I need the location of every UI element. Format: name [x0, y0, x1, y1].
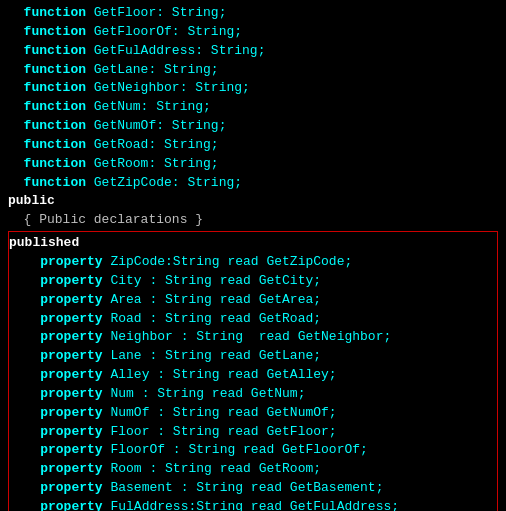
code-line: property Neighbor : String read GetNeigh…	[9, 328, 497, 347]
code-line: property Road : String read GetRoad;	[9, 310, 497, 329]
keyword-function: function	[8, 117, 86, 136]
code-line: property Num : String read GetNum;	[9, 385, 497, 404]
code-line: published	[9, 234, 497, 253]
keyword-property: property	[9, 310, 103, 329]
keyword-function: function	[8, 174, 86, 193]
published-block: published property ZipCode:String read G…	[8, 231, 498, 511]
code-line: property Basement : String read GetBasem…	[9, 479, 497, 498]
code-line: property Floor : String read GetFloor;	[9, 423, 497, 442]
keyword-property: property	[9, 404, 103, 423]
keyword-function: function	[8, 23, 86, 42]
keyword-property: property	[9, 441, 103, 460]
code-line: property Room : String read GetRoom;	[9, 460, 497, 479]
code-line: property Lane : String read GetLane;	[9, 347, 497, 366]
code-line: function GetFloorOf: String;	[8, 23, 498, 42]
keyword-property: property	[9, 347, 103, 366]
comment: { Public declarations }	[8, 211, 203, 230]
code-line: function GetNum: String;	[8, 98, 498, 117]
code-line: property ZipCode:String read GetZipCode;	[9, 253, 497, 272]
code-line: property FulAddress:String read GetFulAd…	[9, 498, 497, 511]
keyword-property: property	[9, 460, 103, 479]
keyword-function: function	[8, 155, 86, 174]
code-line: property City : String read GetCity;	[9, 272, 497, 291]
keyword-function: function	[8, 79, 86, 98]
keyword-property: property	[9, 272, 103, 291]
keyword-function: function	[8, 42, 86, 61]
code-line: function GetFulAddress: String;	[8, 42, 498, 61]
keyword-property: property	[9, 423, 103, 442]
code-line: property Area : String read GetArea;	[9, 291, 497, 310]
keyword-property: property	[9, 291, 103, 310]
code-editor: function GetFloor: String; function GetF…	[0, 0, 506, 511]
keyword-function: function	[8, 61, 86, 80]
code-line: function GetRoom: String;	[8, 155, 498, 174]
code-line: public	[8, 192, 498, 211]
code-line: property Alley : String read GetAlley;	[9, 366, 497, 385]
keyword-property: property	[9, 498, 103, 511]
code-line: function GetZipCode: String;	[8, 174, 498, 193]
keyword-property: property	[9, 366, 103, 385]
code-line: function GetFloor: String;	[8, 4, 498, 23]
code-line: { Public declarations }	[8, 211, 498, 230]
keyword-property: property	[9, 479, 103, 498]
keyword-property: property	[9, 385, 103, 404]
code-line: function GetNeighbor: String;	[8, 79, 498, 98]
keyword-public: public	[8, 192, 55, 211]
keyword-published: published	[9, 234, 79, 253]
keyword-property: property	[9, 253, 103, 272]
code-line: function GetRoad: String;	[8, 136, 498, 155]
code-line: function GetNumOf: String;	[8, 117, 498, 136]
code-line: property FloorOf : String read GetFloorO…	[9, 441, 497, 460]
code-line: property NumOf : String read GetNumOf;	[9, 404, 497, 423]
keyword-property: property	[9, 328, 103, 347]
code-line: function GetLane: String;	[8, 61, 498, 80]
keyword-function: function	[8, 98, 86, 117]
keyword-function: function	[8, 136, 86, 155]
keyword-function: function	[8, 4, 86, 23]
